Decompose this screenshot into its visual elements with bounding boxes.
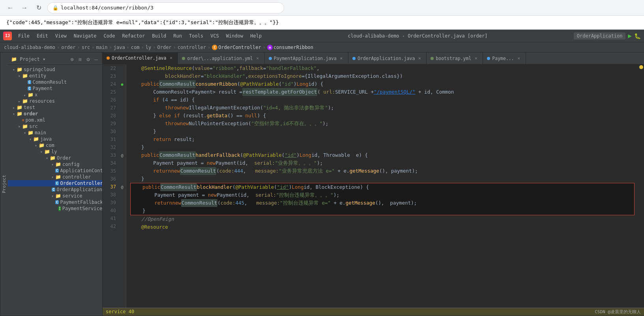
breadcrumb-project[interactable]: cloud-alibaba-demo [4, 45, 55, 50]
folder-arrow: ▾ [11, 68, 17, 72]
tree-item-java[interactable]: ▾ 📁java [8, 136, 102, 142]
tab-payme[interactable]: Payme... ✕ [483, 53, 526, 64]
ide-wrapper: IJ File Edit View Navigate Code Refactor… [0, 30, 644, 316]
right-gutter [638, 64, 644, 308]
tree-item-ly[interactable]: ▾ 📁ly [8, 149, 102, 155]
ide-main: Project 📁 Project ▾ ⊕ ≡ ⚙ — ▾ 📁springclo… [0, 53, 644, 316]
folder-icon: 📁 [22, 73, 28, 79]
tab-ordercontroller[interactable]: OrderController.java ✕ [103, 53, 178, 64]
tree-item-Order[interactable]: ▾ 📁Order [8, 155, 102, 161]
tree-hide-btn[interactable]: — [94, 56, 99, 63]
code-content[interactable]: @SentinelResource(value = "ribbon", fall… [126, 64, 638, 308]
tab-close-4[interactable]: ✕ [473, 56, 479, 61]
tab-close-5[interactable]: ✕ [516, 56, 522, 61]
folder-icon: 📁 [44, 149, 50, 154]
boxed-section: public CommonResult blockHandler(@PathVa… [130, 183, 635, 215]
folder-icon: 📁 [17, 111, 22, 117]
run-config[interactable]: OrderApplication [574, 32, 626, 40]
breadcrumb-method[interactable]: m consumerRibbon [267, 45, 313, 50]
debug-button[interactable]: 🐛 [634, 33, 641, 39]
folder-icon: 📁 [22, 124, 28, 129]
breadcrumb-class[interactable]: C OrderController [212, 45, 261, 50]
gutter-30 [118, 128, 126, 135]
code-line-27: throw new IllegalArgumentException("id=4… [129, 104, 635, 112]
reload-button[interactable]: ↻ [33, 2, 44, 13]
breadcrumb-java[interactable]: java [114, 45, 125, 50]
menu-file[interactable]: File [15, 32, 33, 40]
breadcrumb-com[interactable]: com [131, 45, 140, 50]
menu-refactor[interactable]: Refactor [119, 32, 148, 40]
breadcrumb-controller[interactable]: controller [178, 45, 206, 50]
tab-close-3[interactable]: ✕ [417, 56, 422, 61]
tab-close-0[interactable]: ✕ [168, 55, 174, 61]
tree-item-paymentservice[interactable]: IPaymentService [8, 205, 102, 212]
folder-icon: 📁 [55, 174, 61, 180]
tab-paymentapplication[interactable]: PaymentApplication.java ✕ [265, 53, 348, 64]
forward-button[interactable]: → [19, 2, 30, 13]
gutter-36 [118, 175, 126, 183]
tree-add-btn[interactable]: ⊕ [69, 56, 75, 63]
gutter-31 [118, 135, 126, 143]
tree-item-service-folder[interactable]: ▾ 📁service [8, 193, 102, 199]
tab-icon [269, 57, 272, 60]
breadcrumb-main[interactable]: main [96, 45, 108, 50]
tree-item-test[interactable]: ▸ 📁test [8, 104, 102, 111]
tree-item-config[interactable]: ▾ 📁config [8, 161, 102, 167]
menu-run[interactable]: Run [170, 32, 185, 40]
tree-item-x[interactable]: ▸ 📁x [8, 92, 102, 98]
folder-arrow: ▾ [17, 74, 22, 78]
tree-item-src[interactable]: ▾ 📁src [8, 123, 102, 130]
tree-item-controller-folder[interactable]: ▾ 📁controller [8, 174, 102, 180]
tree-item-paymentfallback[interactable]: CPaymentFallbackServic... [8, 199, 102, 205]
tree-item-payment[interactable]: CPayment [8, 85, 102, 92]
gutter-35 [118, 167, 126, 175]
address-bar[interactable]: 🔒 localhost:84/consumer/ribbon/3 [47, 2, 284, 13]
tree-item-main[interactable]: ▾ 📁main [8, 130, 102, 136]
menu-navigate[interactable]: Navigate [71, 32, 100, 40]
menu-vcs[interactable]: VCS [207, 32, 222, 40]
tab-bootstrap-yml[interactable]: bootstrap.yml ✕ [427, 53, 483, 64]
menu-build[interactable]: Build [149, 32, 169, 40]
project-panel-label[interactable]: Project [0, 53, 8, 316]
tree-item-appcontextconfig[interactable]: CApplicationContextCo... [8, 167, 102, 174]
menu-edit[interactable]: Edit [34, 32, 51, 40]
tree-item-pomxml[interactable]: mpom.xml [8, 117, 102, 123]
class-icon: C [28, 80, 31, 84]
tab-icon [182, 57, 185, 60]
json-response: {"code":445,"message":"控制台违规异常 e=null","… [0, 16, 644, 30]
tab-close-1[interactable]: ✕ [255, 56, 260, 61]
gutter-33: @ [118, 151, 126, 159]
tab-application-yml[interactable]: order\...application.yml ✕ [178, 53, 264, 64]
run-gutter-icon[interactable]: ● [121, 82, 123, 87]
run-button[interactable]: ▶ [628, 32, 632, 40]
code-line-33: public CommonResult handlerFallback(@Pat… [129, 151, 635, 159]
tree-settings-btn[interactable]: ⚙ [85, 56, 91, 63]
menu-help[interactable]: Help [247, 32, 265, 40]
breadcrumb-ly[interactable]: ly [146, 45, 151, 50]
menu-view[interactable]: View [52, 32, 70, 40]
tree-item-resources[interactable]: ▸ 📁resources [8, 98, 102, 104]
tree-item-orderapplication[interactable]: COrderApplication [8, 186, 102, 193]
tree-item-springcloud[interactable]: ▾ 📁springcloud [8, 66, 102, 73]
menu-code[interactable]: Code [101, 32, 118, 40]
gutter-25 [118, 88, 126, 96]
tab-close-2[interactable]: ✕ [339, 56, 344, 61]
breadcrumb-src[interactable]: src [82, 45, 90, 50]
tree-item-order[interactable]: ▾ 📁order [8, 111, 102, 117]
tree-item-entity[interactable]: ▾ 📁entity [8, 73, 102, 79]
tree-item-ordercontroller[interactable]: COrderController [8, 180, 102, 186]
code-line-39: return new CommonResult( code: 445, mess… [131, 199, 634, 207]
menu-tools[interactable]: Tools [186, 32, 206, 40]
tree-collapse-btn[interactable]: ≡ [77, 56, 83, 63]
breadcrumb-module[interactable]: order [61, 45, 75, 50]
interface-icon: I [58, 206, 61, 211]
tree-item-commonresult[interactable]: CCommonResult [8, 79, 102, 85]
tree-item-com[interactable]: ▾ 📁com [8, 142, 102, 149]
breadcrumb-classname: OrderController [218, 45, 261, 50]
tab-orderapplication[interactable]: OrderApplication.java ✕ [348, 53, 427, 64]
menu-window[interactable]: Window [223, 32, 246, 40]
breadcrumb-order[interactable]: Order [157, 45, 171, 50]
code-line-34: Payment payment = new Payment(id, serial… [129, 159, 635, 167]
ide-logo: IJ [3, 32, 12, 40]
back-button[interactable]: ← [5, 2, 16, 13]
